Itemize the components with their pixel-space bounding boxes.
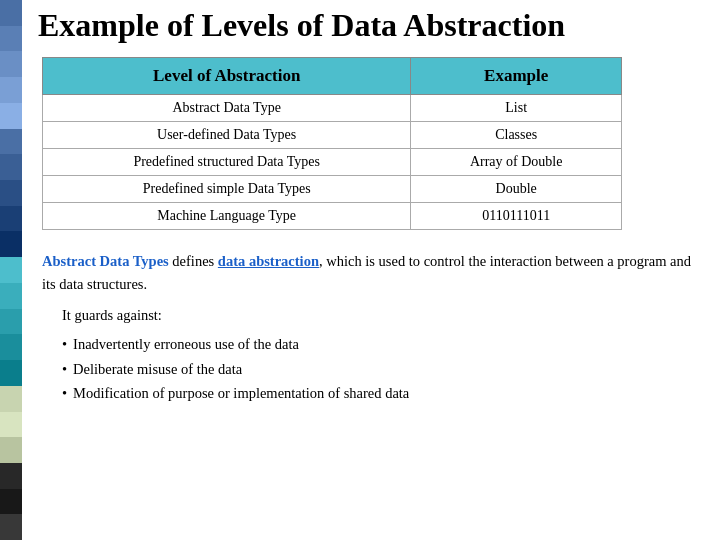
table-row: User-defined Data TypesClasses (43, 122, 622, 149)
strip-seg-14 (0, 334, 22, 360)
strip-seg-19 (0, 463, 22, 489)
level-cell: Machine Language Type (43, 203, 411, 230)
desc-middle: defines (169, 253, 218, 269)
strip-seg-11 (0, 257, 22, 283)
bullet-list: •Inadvertently erroneous use of the data… (62, 332, 704, 406)
strip-seg-15 (0, 360, 22, 386)
level-cell: Predefined simple Data Types (43, 176, 411, 203)
strip-seg-8 (0, 180, 22, 206)
level-cell: Predefined structured Data Types (43, 149, 411, 176)
data-abstraction-label: data abstraction (218, 253, 319, 269)
bullet-dot: • (62, 357, 67, 382)
strip-seg-4 (0, 77, 22, 103)
bullet-dot: • (62, 381, 67, 406)
bullet-text: Inadvertently erroneous use of the data (73, 332, 299, 357)
table-row: Machine Language Type0110111011 (43, 203, 622, 230)
level-cell: User-defined Data Types (43, 122, 411, 149)
level-cell: Abstract Data Type (43, 95, 411, 122)
example-cell: Double (411, 176, 622, 203)
example-cell: Array of Double (411, 149, 622, 176)
table-header-row: Level of Abstraction Example (43, 58, 622, 95)
strip-seg-7 (0, 154, 22, 180)
table-row: Abstract Data TypeList (43, 95, 622, 122)
strip-seg-13 (0, 309, 22, 335)
abstraction-table: Level of Abstraction Example Abstract Da… (42, 57, 622, 230)
main-content: Example of Levels of Data Abstraction Le… (22, 0, 720, 414)
strip-seg-12 (0, 283, 22, 309)
guards-text: It guards against: (62, 307, 162, 323)
description-block: Abstract Data Types defines data abstrac… (42, 250, 704, 295)
strip-seg-5 (0, 103, 22, 129)
col2-header: Example (411, 58, 622, 95)
strip-seg-6 (0, 129, 22, 155)
strip-seg-20 (0, 489, 22, 515)
example-cell: List (411, 95, 622, 122)
strip-seg-21 (0, 514, 22, 540)
strip-seg-18 (0, 437, 22, 463)
bullet-item: •Inadvertently erroneous use of the data (62, 332, 704, 357)
strip-seg-16 (0, 386, 22, 412)
table-row: Predefined structured Data TypesArray of… (43, 149, 622, 176)
example-cell: 0110111011 (411, 203, 622, 230)
example-cell: Classes (411, 122, 622, 149)
strip-seg-3 (0, 51, 22, 77)
strip-seg-1 (0, 0, 22, 26)
guards-block: It guards against: (62, 307, 704, 324)
bullet-item: •Modification of purpose or implementati… (62, 381, 704, 406)
color-strip (0, 0, 22, 540)
page-title-text: Example of Levels of Data Abstraction (38, 7, 565, 43)
bullet-dot: • (62, 332, 67, 357)
col1-header: Level of Abstraction (43, 58, 411, 95)
strip-seg-9 (0, 206, 22, 232)
bullet-text: Modification of purpose or implementatio… (73, 381, 409, 406)
adt-label: Abstract Data Types (42, 253, 169, 269)
strip-seg-17 (0, 412, 22, 438)
page-title: Example of Levels of Data Abstraction (38, 8, 704, 43)
table-row: Predefined simple Data TypesDouble (43, 176, 622, 203)
bullet-item: •Deliberate misuse of the data (62, 357, 704, 382)
strip-seg-2 (0, 26, 22, 52)
strip-seg-10 (0, 231, 22, 257)
bullet-text: Deliberate misuse of the data (73, 357, 242, 382)
